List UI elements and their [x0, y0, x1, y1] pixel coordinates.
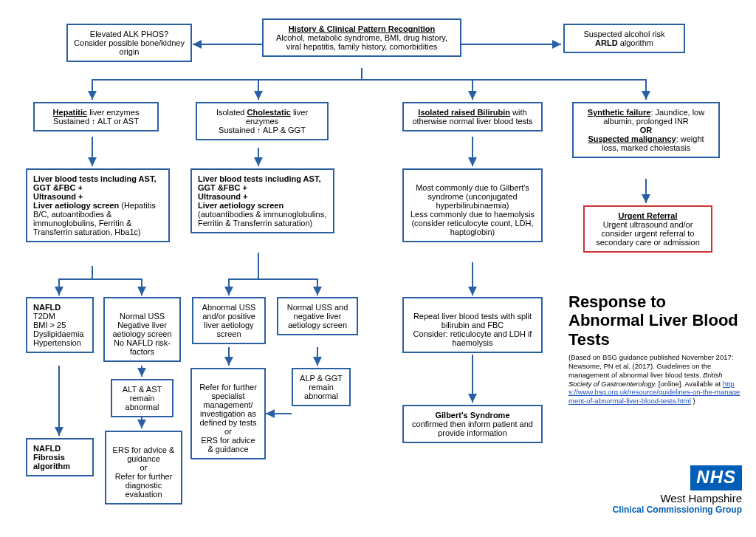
title: Isolated raised Bilirubin with otherwise… [410, 108, 535, 126]
text: Sustained ↑ ALP & GGT [203, 126, 321, 134]
box-nafld: NAFLD T2DM BMI > 25 Dyslipidaemia Hypert… [26, 297, 94, 353]
box-alp-ggt-abn: ALP & GGT remain abnormal [292, 368, 351, 406]
source-citation: (Based on BSG guidance published Novembe… [568, 353, 742, 406]
box-alt-ast-abn: ALT & AST remain abnormal [111, 379, 173, 417]
title: History & Clinical Pattern Recognition [269, 24, 454, 33]
text: Suspected alcohol risk [571, 30, 678, 38]
text: Liver blood tests including AST, GGT &FB… [198, 174, 327, 192]
box-repeat-bili: Repeat liver blood tests with split bili… [402, 297, 543, 353]
logo-line2: Clinical Commissioning Group [605, 504, 742, 515]
text: confirmed then inform patient and provid… [410, 420, 535, 437]
box-bilirubin: Isolated raised Bilirubin with otherwise… [402, 102, 543, 131]
box-hep-tests: Liver blood tests including AST, GGT &FB… [26, 168, 170, 242]
text: Normal USS and negative liver aetiology … [287, 303, 348, 329]
box-abnormal-uss: Abnormal USS and/or positive liver aetio… [192, 297, 266, 344]
page-title: Response to Abnormal Liver Blood Tests [568, 293, 742, 349]
box-arld: Suspected alcohol risk ARLD algorithm [563, 24, 685, 53]
nhs-mark: NHS [690, 465, 742, 490]
text: Elevated ALK PHOS? [74, 30, 185, 38]
text: Liver blood tests including AST, GGT &FB… [33, 174, 162, 192]
box-chol-tests: Liver blood tests including AST, GGT &FB… [190, 168, 334, 233]
title: Urgent Referral [591, 211, 705, 220]
text: ARLD algorithm [571, 38, 678, 47]
box-synthetic: Synthetic failure: Jaundice, low albumin… [572, 102, 720, 158]
text: Refer for further specialist management/… [199, 383, 257, 454]
text: T2DM BMI > 25 Dyslipidaemia Hypertension [33, 312, 86, 347]
box-ers-advice: ERS for advice & guidance or Refer for f… [105, 431, 182, 504]
title: NAFLD [33, 444, 86, 453]
text: Repeat liver blood tests with split bili… [413, 312, 532, 347]
box-normal-uss-hep: Normal USS Negative liver aetiology scre… [103, 297, 181, 362]
text: Normal USS Negative liver aetiology scre… [112, 312, 171, 356]
text: ALP & GGT remain abnormal [300, 374, 343, 400]
nhs-logo: NHS West Hampshire Clinical Commissionin… [605, 465, 742, 515]
box-history: History & Clinical Pattern Recognition A… [262, 18, 461, 57]
text: Consider possible bone/kidney origin [74, 38, 185, 56]
title: Gilbert's Syndrome [410, 411, 535, 420]
box-normal-uss-chol: Normal USS and negative liver aetiology … [277, 297, 358, 335]
text: Fibrosis algorithm [33, 453, 86, 471]
logo-line1: West Hampshire [605, 492, 742, 504]
text: Sustained ↑ ALT or AST [41, 117, 151, 126]
box-gilberts: Gilbert's Syndrome confirmed then inform… [402, 405, 543, 443]
title: Hepatitic liver enzymes [41, 108, 151, 117]
text: Alcohol, metabolic syndrome, BMI, drug h… [269, 33, 454, 51]
box-hepatitic: Hepatitic liver enzymes Sustained ↑ ALT … [33, 102, 159, 131]
text: ERS for advice & guidance or Refer for f… [113, 445, 175, 499]
box-cholestatic: Isolated Cholestatic liver enzymes Susta… [196, 102, 329, 140]
title: NAFLD [33, 303, 86, 312]
text: Suspected malignancy: weight loss, marke… [580, 134, 712, 152]
text: Urgent ultrasound and/or consider urgent… [591, 220, 705, 247]
box-urgent-referral: Urgent Referral Urgent ultrasound and/or… [583, 205, 712, 253]
text: ALT & AST remain abnormal [123, 385, 162, 411]
text: Abnormal USS and/or positive liver aetio… [202, 303, 256, 338]
text: Ultrasound + [198, 192, 327, 201]
text: OR [580, 126, 712, 134]
title: Isolated Cholestatic liver enzymes [203, 108, 321, 126]
page-title-block: Response to Abnormal Liver Blood Tests (… [568, 293, 742, 406]
text: Ultrasound + [33, 192, 162, 201]
box-refer-specialist: Refer for further specialist management/… [190, 368, 266, 459]
text: Synthetic failure: Jaundice, low albumin… [580, 108, 712, 126]
text: Liver aetiology screen [198, 201, 327, 210]
text: Most commonly due to Gilbert's syndrome … [410, 183, 535, 236]
box-bili-cause: Most commonly due to Gilbert's syndrome … [402, 168, 543, 242]
text: (autoantibodies & immunoglobulins, Ferri… [198, 210, 327, 228]
box-nafld-algorithm: NAFLD Fibrosis algorithm [26, 438, 94, 476]
box-alk-phos: Elevated ALK PHOS? Consider possible bon… [66, 24, 192, 62]
text: Liver aetiology screen (Hepatitis B/C, a… [33, 201, 162, 236]
